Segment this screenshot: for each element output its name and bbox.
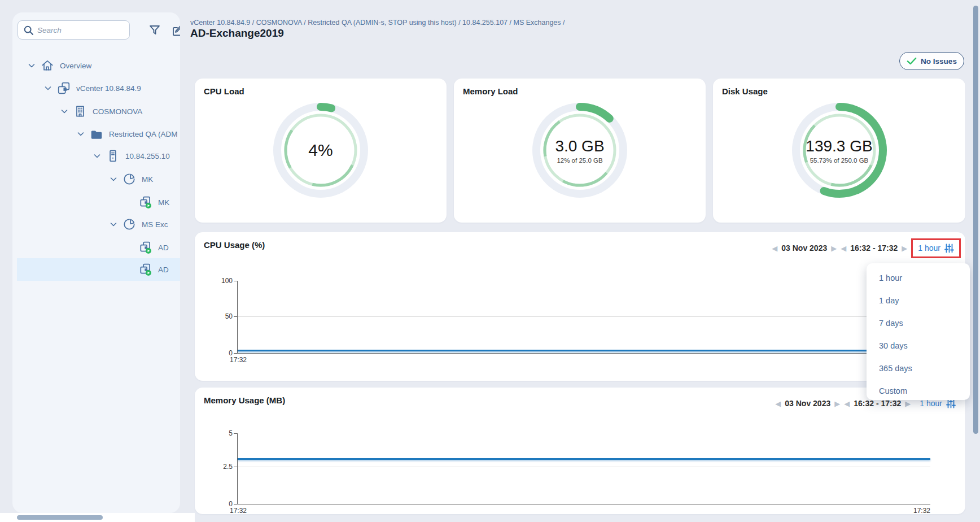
date-label: 03 Nov 2023 xyxy=(785,399,830,408)
chevron-down-icon[interactable] xyxy=(77,131,85,137)
card-title: CPU Load xyxy=(204,86,244,96)
sidebar-item-mk-vm[interactable]: MK xyxy=(17,191,180,214)
memory-usage-line xyxy=(238,458,930,460)
card-title: Memory Load xyxy=(463,86,518,96)
chevron-down-icon[interactable] xyxy=(110,176,118,182)
navigation-sidebar: Overview vCenter 10.84.84.9 COSMONOVA Re… xyxy=(12,12,180,513)
next-date-button[interactable]: ▶ xyxy=(831,245,837,252)
home-icon xyxy=(41,59,54,72)
vm-icon xyxy=(139,263,152,276)
x-tick-label: 17:32 xyxy=(903,507,930,515)
app-window: Overview vCenter 10.84.84.9 COSMONOVA Re… xyxy=(0,0,980,522)
disk-usage-gauge: 139.3 GB 55.73% of 250.0 GB xyxy=(788,98,891,202)
horizontal-scrollbar[interactable] xyxy=(17,515,103,520)
search-icon xyxy=(23,25,34,36)
host-icon xyxy=(106,149,120,163)
sidebar-item-restricted-qa[interactable]: Restricted QA (ADM xyxy=(17,123,180,145)
sidebar-item-ad-vm-selected[interactable]: AD xyxy=(17,258,180,281)
tree-item-label: AD xyxy=(158,266,169,274)
resource-pool-icon xyxy=(123,218,136,231)
navigation-tree: Overview vCenter 10.84.84.9 COSMONOVA Re… xyxy=(12,42,180,505)
x-axis xyxy=(237,353,930,354)
x-axis xyxy=(237,504,930,504)
period-option-custom[interactable]: Custom xyxy=(867,380,970,402)
next-date-button[interactable]: ▶ xyxy=(834,400,840,407)
date-label: 03 Nov 2023 xyxy=(781,243,827,253)
vertical-scrollbar[interactable] xyxy=(973,6,978,434)
status-badge: No Issues xyxy=(899,52,964,70)
x-tick-label: 17:32 xyxy=(230,507,247,515)
x-tick-label: 17:32 xyxy=(230,356,247,364)
chevron-down-icon[interactable] xyxy=(45,85,53,91)
chevron-down-icon[interactable] xyxy=(28,63,36,68)
y-axis xyxy=(237,433,238,504)
sidebar-item-host-10-84-255-107[interactable]: 10.84.255.10 xyxy=(17,145,180,167)
prev-date-button[interactable]: ◀ xyxy=(772,245,777,252)
sliders-icon xyxy=(944,243,954,253)
disk-usage-card: Disk Usage 139.3 GB 55.73% of 250.0 GB xyxy=(713,79,965,223)
chevron-down-icon[interactable] xyxy=(94,153,102,159)
gridline-2-5 xyxy=(238,467,930,467)
sidebar-item-overview[interactable]: Overview xyxy=(17,54,180,77)
next-time-button[interactable]: ▶ xyxy=(902,245,907,252)
memory-usage-chart-card: Memory Usage (MB) ◀ 03 Nov 2023 ▶ ◀ 16:3… xyxy=(195,388,965,514)
period-dropdown-menu: 1 hour 1 day 7 days 30 days 365 days Cus… xyxy=(867,263,970,400)
status-text: No Issues xyxy=(921,57,957,66)
tree-item-label: 10.84.255.10 xyxy=(125,152,170,160)
gauge-value: 139.3 GB xyxy=(806,137,872,155)
vm-icon xyxy=(139,195,152,209)
sidebar-item-vcenter[interactable]: vCenter 10.84.84.9 xyxy=(17,77,180,99)
memory-load-gauge: 3.0 GB 12% of 25.0 GB xyxy=(528,98,632,202)
cpu-usage-line xyxy=(238,350,930,351)
tree-item-label: MK xyxy=(158,198,169,207)
y-tick-label: 2.5 xyxy=(207,463,233,471)
check-icon xyxy=(907,56,917,66)
tree-item-label: vCenter 10.84.84.9 xyxy=(76,84,141,93)
vm-icon xyxy=(139,241,152,254)
chart-title: Memory Usage (MB) xyxy=(204,395,285,405)
sidebar-item-ad-vm-1[interactable]: AD xyxy=(17,236,180,259)
period-option-30-days[interactable]: 30 days xyxy=(867,334,970,357)
gauge-value: 4% xyxy=(308,141,333,160)
filter-button[interactable] xyxy=(148,24,161,37)
breadcrumb[interactable]: vCenter 10.84.84.9 / COSMONOVA / Restric… xyxy=(190,19,856,27)
prev-date-button[interactable]: ◀ xyxy=(775,400,781,407)
y-axis xyxy=(237,281,238,353)
period-option-1-hour[interactable]: 1 hour xyxy=(867,267,970,289)
prev-time-button[interactable]: ◀ xyxy=(841,245,846,252)
gauge-value: 3.0 GB xyxy=(555,137,604,155)
gridline-50 xyxy=(238,316,930,317)
sidebar-item-ms-exchanges[interactable]: MS Exc xyxy=(17,213,180,236)
filter-icon xyxy=(148,24,161,37)
tree-item-label: Overview xyxy=(60,62,91,70)
chevron-down-icon[interactable] xyxy=(110,221,118,227)
prev-time-button[interactable]: ◀ xyxy=(844,400,850,407)
y-tick-label: 0 xyxy=(207,500,233,508)
card-title: Disk Usage xyxy=(722,86,768,96)
chevron-down-icon[interactable] xyxy=(61,108,69,114)
cpu-usage-chart-card: CPU Usage (%) ◀ 03 Nov 2023 ▶ ◀ 16:32 - … xyxy=(195,232,965,381)
edit-button[interactable] xyxy=(171,24,180,37)
search-box[interactable] xyxy=(18,20,130,40)
period-selector[interactable]: 1 hour xyxy=(911,238,961,258)
tree-item-label: Restricted QA (ADM xyxy=(109,130,178,138)
tree-item-label: AD xyxy=(158,243,169,252)
time-range-label: 16:32 - 17:32 xyxy=(850,243,898,253)
tree-item-label: MS Exc xyxy=(142,220,168,229)
period-label: 1 hour xyxy=(918,243,940,253)
period-option-7-days[interactable]: 7 days xyxy=(867,312,970,334)
period-option-365-days[interactable]: 365 days xyxy=(867,357,970,380)
folder-icon xyxy=(90,127,103,141)
period-option-1-day[interactable]: 1 day xyxy=(867,289,970,312)
y-tick-label: 0 xyxy=(207,349,233,357)
cpu-chart-date-nav: ◀ 03 Nov 2023 ▶ ◀ 16:32 - 17:32 ▶ 1 hour xyxy=(772,238,961,258)
tree-item-label: MK xyxy=(142,175,153,184)
tree-item-label: COSMONOVA xyxy=(93,107,142,116)
search-input[interactable] xyxy=(37,21,126,38)
sidebar-item-mk-group[interactable]: MK xyxy=(17,168,180,190)
cpu-load-card: CPU Load 4% xyxy=(195,79,447,223)
y-tick-label: 50 xyxy=(207,312,233,320)
chart-title: CPU Usage (%) xyxy=(204,240,265,250)
gauge-subtext: 55.73% of 250.0 GB xyxy=(810,157,869,164)
sidebar-item-cosmonova[interactable]: COSMONOVA xyxy=(17,100,180,123)
